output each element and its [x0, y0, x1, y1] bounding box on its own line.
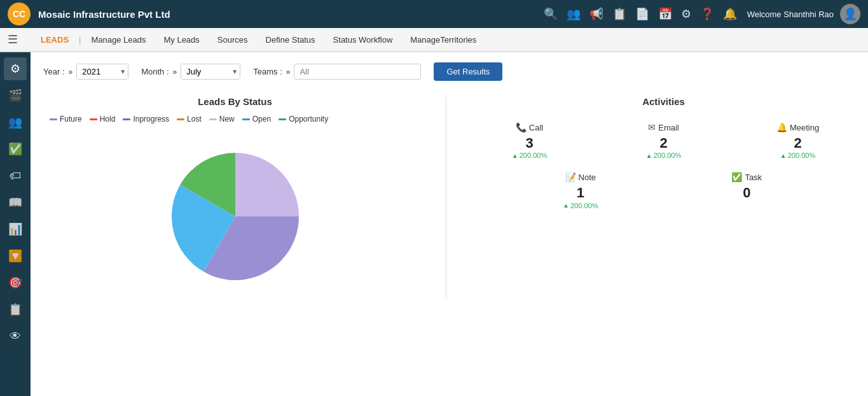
content-area: Year : » 2021 2020 2022 ▼ Month : » — [31, 52, 868, 396]
calendar-icon[interactable]: 📅 — [658, 7, 672, 21]
meeting-icon: 🔔 — [776, 122, 787, 132]
legend-new: New — [209, 115, 235, 124]
teams-arrow-icon[interactable]: » — [286, 67, 291, 76]
bell-icon[interactable]: 🔔 — [723, 7, 737, 21]
legend-future-dot — [50, 118, 57, 120]
list-icon[interactable]: 📄 — [635, 7, 649, 21]
filter-row: Year : » 2021 2020 2022 ▼ Month : » — [43, 62, 855, 81]
nav-manage-leads[interactable]: Manage Leads — [82, 30, 155, 50]
meeting-count: 2 — [740, 135, 855, 152]
meeting-header: 🔔 Meeting — [740, 122, 855, 132]
teams-input[interactable] — [294, 64, 421, 80]
sidebar-tag-icon[interactable]: 🏷 — [4, 164, 27, 187]
settings-icon[interactable]: ⚙ — [681, 7, 691, 21]
meeting-change: ▲ 200.00% — [740, 152, 855, 159]
app-logo: CC — [8, 3, 31, 25]
meeting-trend-icon: ▲ — [780, 152, 787, 159]
activities-title: Activities — [472, 96, 855, 107]
chart-section: Leads By Status Future Hold Inprogress — [43, 96, 446, 299]
user-info: Welcome Shanthhi Rao 👤 — [747, 4, 860, 24]
note-activity: 📝 Note 1 ▲ 200.00% — [504, 172, 658, 209]
main-layout: ⚙ 🎬 👥 ✅ 🏷 📖 📊 🔽 🎯 📋 👁 Year : » 2021 2020 — [0, 52, 868, 396]
email-label: Email — [658, 123, 679, 132]
hamburger-menu-icon[interactable]: ☰ — [8, 32, 18, 46]
top-header: CC Mosaic Infrastructure Pvt Ltd 🔍 👥 📢 📋… — [0, 0, 868, 28]
note-label: Note — [579, 173, 596, 182]
legend-hold: Hold — [90, 115, 116, 124]
email-change-value: 200.00% — [654, 152, 681, 159]
legend-inprogress: Inprogress — [123, 115, 169, 124]
year-select[interactable]: 2021 2020 2022 — [77, 64, 128, 79]
sidebar: ⚙ 🎬 👥 ✅ 🏷 📖 📊 🔽 🎯 📋 👁 — [0, 52, 31, 396]
legend-lost-label: Lost — [187, 115, 202, 124]
nav-sources[interactable]: Sources — [209, 30, 257, 50]
task-icon: ✅ — [731, 172, 742, 182]
sidebar-book-icon[interactable]: 📖 — [4, 191, 27, 214]
sidebar-tasks-icon[interactable]: ✅ — [4, 138, 27, 160]
help-icon[interactable]: ❓ — [700, 7, 714, 21]
legend-new-dot — [209, 118, 217, 120]
task-label: Task — [745, 173, 762, 182]
task-activity: ✅ Task 0 — [670, 172, 824, 209]
sidebar-report-icon[interactable]: 📊 — [4, 218, 27, 241]
nav-leads[interactable]: LEADS — [32, 30, 78, 50]
users-icon[interactable]: 👥 — [567, 7, 581, 21]
meeting-label: Meeting — [790, 123, 819, 132]
megaphone-icon[interactable]: 📢 — [589, 7, 603, 21]
sidebar-eye-icon[interactable]: 👁 — [4, 325, 27, 348]
legend-lost: Lost — [177, 115, 202, 124]
legend-opportunity-dot — [279, 118, 286, 120]
month-arrow-icon[interactable]: » — [173, 67, 177, 76]
teams-label: Teams : — [253, 67, 282, 76]
month-select[interactable]: July January February March April May Ju… — [181, 64, 240, 79]
chart-legend: Future Hold Inprogress Lost — [43, 115, 427, 124]
get-results-button[interactable]: Get Results — [434, 62, 502, 81]
email-count: 2 — [606, 135, 721, 152]
year-select-wrapper: 2021 2020 2022 — [76, 64, 128, 80]
sidebar-clipboard-icon[interactable]: 📋 — [4, 298, 27, 321]
legend-open-label: Open — [252, 115, 271, 124]
legend-hold-dot — [90, 118, 97, 120]
app-title: Mosaic Infrastructure Pvt Ltd — [38, 9, 544, 20]
note-trend-icon: ▲ — [563, 202, 569, 209]
email-icon: ✉ — [648, 122, 656, 132]
call-trend-icon: ▲ — [512, 152, 518, 159]
year-label: Year : — [43, 67, 65, 76]
sidebar-filter-icon[interactable]: 🔽 — [4, 244, 27, 267]
email-trend-icon: ▲ — [646, 152, 652, 159]
year-arrow-icon[interactable]: » — [69, 67, 73, 76]
sidebar-group-icon[interactable]: 👥 — [4, 111, 27, 134]
nav-status-workflow[interactable]: Status Workflow — [324, 30, 402, 50]
year-select-container: 2021 2020 2022 ▼ — [76, 64, 128, 80]
task-header: ✅ Task — [670, 172, 824, 182]
note-count: 1 — [504, 185, 658, 201]
welcome-text: Welcome Shanthhi Rao — [747, 10, 834, 19]
nav-bar: ☰ LEADS | Manage Leads My Leads Sources … — [0, 28, 868, 52]
month-filter-group: Month : » July January February March Ap… — [141, 64, 240, 80]
email-activity: ✉ Email 2 ▲ 200.00% — [606, 122, 721, 159]
year-filter-group: Year : » 2021 2020 2022 ▼ — [43, 64, 128, 80]
month-select-container: July January February March April May Ju… — [181, 64, 240, 80]
legend-future: Future — [50, 115, 82, 124]
clipboard-icon[interactable]: 📋 — [612, 7, 626, 21]
call-label: Call — [529, 123, 543, 132]
legend-future-label: Future — [60, 115, 82, 124]
nav-my-leads[interactable]: My Leads — [155, 30, 208, 50]
email-change: ▲ 200.00% — [606, 152, 721, 159]
nav-separator: | — [79, 35, 81, 45]
nav-define-status[interactable]: Define Status — [257, 30, 324, 50]
sidebar-dashboard-icon[interactable]: ⚙ — [4, 57, 27, 80]
sidebar-target-icon[interactable]: 🎯 — [4, 271, 27, 294]
meeting-activity: 🔔 Meeting 2 ▲ 200.00% — [740, 122, 855, 159]
call-change: ▲ 200.00% — [472, 152, 587, 159]
chart-title: Leads By Status — [43, 96, 427, 107]
legend-hold-label: Hold — [100, 115, 116, 124]
legend-open: Open — [242, 115, 271, 124]
call-icon: 📞 — [516, 122, 527, 132]
sidebar-video-icon[interactable]: 🎬 — [4, 84, 27, 107]
nav-manage-territories[interactable]: ManageTerritories — [401, 30, 485, 50]
avatar[interactable]: 👤 — [840, 4, 860, 24]
legend-open-dot — [242, 118, 250, 120]
pie-chart-container — [43, 134, 427, 299]
search-icon[interactable]: 🔍 — [544, 7, 558, 21]
